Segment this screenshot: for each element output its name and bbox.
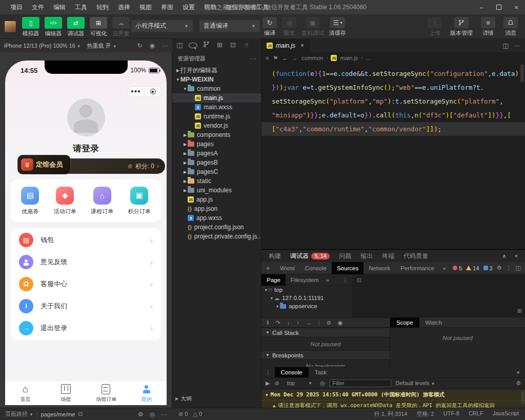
- member-banner[interactable]: ♔ 积分: 0 › ♛ 定馆会员: [17, 157, 165, 174]
- close-icon[interactable]: ×: [300, 42, 304, 49]
- tab-main-js[interactable]: JS main.js ×: [261, 39, 310, 52]
- maximize-button[interactable]: [490, 0, 508, 14]
- action-预览[interactable]: ◎预览: [282, 17, 296, 37]
- more-icon[interactable]: ···: [162, 42, 168, 49]
- menu-item-5[interactable]: 选择: [114, 2, 134, 13]
- tab-场馆订单[interactable]: 场馆订单: [86, 381, 127, 405]
- panel-tab-构建[interactable]: 构建: [269, 252, 281, 261]
- menu-item-意见反馈[interactable]: 意见反馈›: [11, 251, 161, 273]
- editor-scrollbar[interactable]: [520, 65, 524, 82]
- settings-gear-icon[interactable]: ⚙: [497, 265, 502, 271]
- page-path-select[interactable]: 页面路径 ▼: [5, 410, 33, 418]
- tree-item-app.json[interactable]: {}app.json: [172, 204, 261, 213]
- back-icon[interactable]: ←: [282, 55, 288, 61]
- mode-select[interactable]: 小程序模式 ▼: [131, 19, 193, 32]
- window-icon[interactable]: ⊡: [229, 41, 237, 50]
- inspect-icon[interactable]: ⌖: [261, 265, 275, 272]
- scope-tab-Scope[interactable]: Scope: [390, 317, 419, 328]
- menu-item-0[interactable]: 项目: [6, 2, 27, 13]
- status-item-3[interactable]: CRLF: [469, 410, 483, 418]
- breadcrumb-item[interactable]: common: [301, 55, 323, 61]
- step-into-icon[interactable]: ↓: [287, 319, 290, 326]
- panel-tab-问题[interactable]: 问题: [339, 252, 351, 261]
- tree-item-main.js[interactable]: JSmain.js: [172, 93, 261, 103]
- status-item-0[interactable]: 行 1, 列 3314: [374, 410, 408, 418]
- member-badge[interactable]: ♛ 定馆会员: [17, 155, 71, 174]
- tree-item-pagesC[interactable]: ▶pagesC: [172, 167, 261, 176]
- shortcut-课程订单[interactable]: ⌂课程订单: [91, 187, 113, 215]
- menu-item-3[interactable]: 工具: [71, 2, 91, 13]
- hot-reload-toggle[interactable]: 热重载 开▼: [87, 42, 117, 50]
- record-icon[interactable]: ◉: [150, 42, 155, 49]
- step-over-icon[interactable]: ↷: [276, 319, 280, 326]
- info-count[interactable]: 3: [483, 265, 493, 271]
- close-button[interactable]: ×: [508, 0, 525, 14]
- file-tab-Filesystem[interactable]: Filesystem: [286, 274, 324, 286]
- clear-console-icon[interactable]: ⊘: [274, 380, 279, 387]
- collapse-icon[interactable]: ∧: [502, 253, 507, 259]
- action-上传[interactable]: ↑上传: [428, 17, 442, 37]
- tree-item-pagesA[interactable]: ▶pagesA: [172, 149, 261, 158]
- menu-item-7[interactable]: 界面: [157, 2, 177, 13]
- shortcut-积分订单[interactable]: ▣积分订单: [128, 187, 151, 215]
- close-icon[interactable]: ×: [515, 253, 518, 259]
- tree-item-static[interactable]: ▶static: [172, 176, 261, 186]
- copy-icon[interactable]: ⊡: [78, 411, 83, 417]
- menu-item-客服中心[interactable]: Ω客服中心›: [11, 273, 161, 295]
- tab-首页[interactable]: ⌂首页: [5, 381, 46, 405]
- action-消息[interactable]: 消息: [503, 17, 518, 37]
- split-editor-icon[interactable]: ◫: [503, 42, 509, 49]
- outline-list-icon[interactable]: ≡: [266, 55, 269, 61]
- extensions-icon[interactable]: ⊞: [215, 41, 224, 50]
- tree-item-uni_modules[interactable]: ▶uni_modules: [172, 186, 261, 195]
- shortcut-优惠券[interactable]: ▤优惠券: [21, 187, 39, 215]
- device-select[interactable]: iPhone 12/13 (Pro) 100% 16▼: [4, 43, 81, 49]
- status-item-2[interactable]: UTF-8: [443, 410, 459, 418]
- tree-item-pages[interactable]: ▶pages: [172, 139, 261, 149]
- status-item-1[interactable]: 空格: 2: [417, 410, 434, 418]
- search-icon[interactable]: [189, 41, 197, 50]
- more-icon[interactable]: ···: [514, 42, 520, 49]
- toggle-调试器[interactable]: ⇄调试器: [67, 17, 85, 37]
- menu-item-2[interactable]: 编辑: [49, 2, 70, 13]
- hand-icon[interactable]: ☝: [242, 41, 251, 50]
- tab-我的[interactable]: 我的: [126, 381, 167, 405]
- console-scrollbar[interactable]: [521, 391, 524, 404]
- capsule-more-button[interactable]: ●●●: [128, 86, 144, 97]
- action-详情[interactable]: ≡详情: [481, 17, 495, 37]
- breakpoints-header[interactable]: ▼ Breakpoints: [261, 350, 390, 360]
- refresh-icon[interactable]: ↻: [137, 42, 142, 49]
- kebab-icon[interactable]: ⋮: [261, 369, 275, 376]
- kebab-icon[interactable]: ⋮: [342, 276, 353, 284]
- capsule-close-button[interactable]: [145, 89, 161, 94]
- tree-item-app.js[interactable]: JSapp.js: [172, 195, 261, 204]
- toggle-编辑器[interactable]: </>编辑器: [44, 17, 63, 37]
- panel-tab-代码质量[interactable]: 代码质量: [403, 252, 428, 261]
- source-tree-127.0.0.1:11191[interactable]: ▼☁127.0.0.1:11191: [261, 294, 352, 302]
- action-真机调试[interactable]: ▣真机调试: [301, 17, 324, 37]
- devtools-tab-Network[interactable]: Network: [364, 262, 395, 274]
- login-prompt[interactable]: 请登录: [5, 143, 167, 154]
- devtools-tab-Console[interactable]: Console: [300, 262, 332, 274]
- pause-icon[interactable]: ‖: [267, 319, 269, 326]
- breadcrumb-item[interactable]: ...: [366, 55, 370, 61]
- outline-section[interactable]: ▶ 大纲: [175, 395, 192, 403]
- action-编译[interactable]: ↻编译: [262, 17, 277, 37]
- tree-item-打开的编辑器[interactable]: ▶打开的编辑器: [172, 66, 261, 75]
- compile-config-icon[interactable]: ⚙: [138, 411, 144, 418]
- code-editor[interactable]: (function(e){1==e.code&&t.setStorageSync…: [261, 64, 525, 249]
- console-settings-icon[interactable]: ⚙: [516, 380, 521, 387]
- eye-icon[interactable]: ◎: [150, 411, 155, 418]
- toggle-云开发[interactable]: ☁云开发: [112, 17, 130, 37]
- call-stack-header[interactable]: ▼ Call Stack: [261, 328, 390, 337]
- more-icon[interactable]: ···: [161, 411, 167, 418]
- minimize-button[interactable]: –: [473, 0, 490, 14]
- console-message[interactable]: ▼Mon Dec 29 2025 14:55:40 GMT+0800 (中国标准…: [261, 390, 525, 401]
- file-tab-Page[interactable]: Page: [261, 274, 286, 286]
- error-count[interactable]: 5: [453, 265, 462, 271]
- tree-item-common[interactable]: ▼common: [172, 84, 261, 93]
- menu-item-退出登录[interactable]: →退出登录›: [11, 317, 161, 339]
- breadcrumb-item[interactable]: main.js: [340, 55, 358, 61]
- tree-item-main.wxss[interactable]: 3main.wxss: [172, 103, 261, 112]
- step-icon[interactable]: →: [306, 319, 312, 326]
